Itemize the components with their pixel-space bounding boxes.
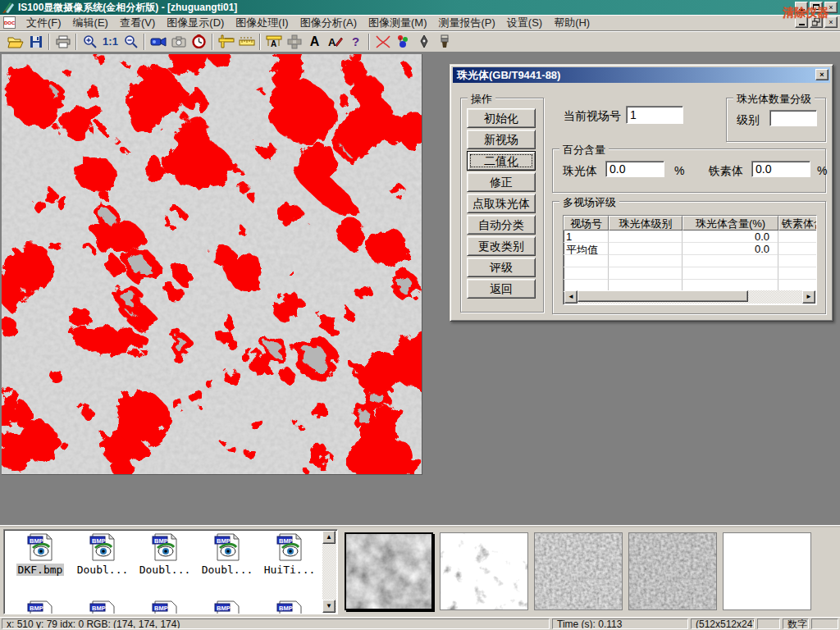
file-item-clipped[interactable]: BMP [73,600,132,614]
svg-text:A: A [271,39,276,48]
thumbnail-2[interactable] [440,532,528,610]
menu-image-display[interactable]: 图像显示(D) [161,14,230,32]
scroll-right-icon[interactable]: ► [802,290,815,304]
table-horizontal-scrollbar[interactable]: ◄ ► [564,290,815,304]
micrograph-image[interactable] [2,54,422,475]
file-item[interactable]: BMP Doubl... [135,533,194,576]
pen-tool-icon[interactable] [413,33,434,51]
print-icon[interactable] [52,33,73,51]
zoom-out-icon[interactable] [121,33,141,51]
binarize-button[interactable]: 二值化 [467,151,536,171]
close-button[interactable]: × [824,2,838,13]
table-row[interactable]: 1 0.0 [564,231,816,243]
grading-table[interactable]: 视场号 珠光体级别 珠光体含量(%) 铁素体含量(%) 1 0.0 平均值 0.… [563,215,817,305]
return-button[interactable]: 返回 [467,279,536,299]
cell-pearlite: 0.0 [682,243,778,255]
bmp-file-icon: BMP [26,533,54,561]
file-item-clipped[interactable]: BMP [260,600,319,614]
menu-image-process[interactable]: 图像处理(I) [230,14,294,32]
change-class-button[interactable]: 更改类别 [467,236,536,256]
correct-button[interactable]: 修正 [467,172,536,192]
thumbnail-3[interactable] [534,532,623,610]
timer-icon[interactable] [189,33,209,51]
pearlite-percent-unit: % [674,164,684,177]
file-name[interactable]: HuiTi... [262,564,317,576]
text-icon[interactable]: A [304,33,325,51]
file-name[interactable]: DKF.bmp [16,564,65,576]
menu-file[interactable]: 文件(F) [21,14,67,32]
menu-edit[interactable]: 编辑(E) [67,14,114,32]
minimize-button[interactable] [795,2,808,13]
camera-icon[interactable] [168,33,189,51]
grade-button[interactable]: 评级 [467,258,536,277]
measure-text-icon[interactable]: A [263,33,284,51]
table-row[interactable]: 平均值 0.0 [564,243,816,255]
file-name[interactable]: Doubl... [200,564,255,576]
file-name[interactable]: Doubl... [138,564,193,576]
initialize-button[interactable]: 初始化 [467,108,536,128]
menu-help[interactable]: 帮助(H) [548,14,596,32]
cell-field: 1 [564,231,609,243]
ferrite-percent-unit: % [817,164,827,177]
toolbar: 1:1 A A A ? [0,31,840,52]
file-item-clipped[interactable]: BMP [198,600,257,614]
mdi-restore-button[interactable] [810,16,823,28]
actual-size-icon[interactable]: 1:1 [100,33,121,51]
dialog-title-bar[interactable]: 珠光体(GB/T9441-88) × [453,67,830,83]
ferrite-percent-label: 铁素体 [709,164,743,179]
bmp-file-icon: BMP [89,533,116,561]
scrollbar-thumb[interactable] [578,290,748,302]
bmp-file-icon: BMP [276,533,304,561]
file-item[interactable]: BMP Doubl... [198,533,257,576]
menu-view[interactable]: 查看(V) [114,14,161,32]
mdi-close-button[interactable]: × [824,16,838,28]
ferrite-percent-input[interactable] [751,161,810,177]
help-icon[interactable]: ? [345,33,366,51]
file-list[interactable]: BMP DKF.bmp BMP Doubl... BMP Doubl... BM… [3,529,338,614]
pearlite-dialog[interactable]: 珠光体(GB/T9441-88) × 操作 初始化 新视场 二值化 修正 点取珠… [450,64,833,322]
maximize-button[interactable] [810,2,823,13]
save-icon[interactable] [25,33,46,51]
auto-classify-button[interactable]: 自动分类 [467,215,536,235]
thumbnail-5[interactable] [723,532,811,610]
file-item-clipped[interactable]: BMP [135,600,194,614]
file-item[interactable]: BMP Doubl... [73,533,132,576]
thumbnail-4[interactable] [628,532,717,610]
pearlite-percent-input[interactable] [605,161,664,177]
open-icon[interactable] [5,33,25,51]
curve-tool-icon[interactable] [372,33,393,51]
pick-pearlite-button[interactable]: 点取珠光体 [467,194,536,213]
scroll-left-icon[interactable]: ◄ [564,290,578,304]
grade-level-input[interactable] [769,110,817,126]
file-item[interactable]: BMP HuiTi... [260,533,319,576]
particle-classify-icon[interactable] [393,33,413,51]
thumbnail-1[interactable] [345,532,433,610]
dialog-close-icon[interactable]: × [815,69,829,80]
menu-image-measure[interactable]: 图像测量(M) [363,14,433,32]
caliper-icon[interactable] [216,33,236,51]
file-item-clipped[interactable]: BMP [11,600,70,614]
file-item[interactable]: BMP DKF.bmp [11,533,70,576]
brush-tool-icon[interactable] [434,33,454,51]
menu-image-analysis[interactable]: 图像分析(A) [294,14,363,32]
status-time: Time (s): 0.113 [552,619,688,629]
menu-settings[interactable]: 设置(S) [501,14,548,32]
document-icon[interactable]: DOC [3,16,16,29]
cell-ferrite [778,231,817,243]
file-name[interactable]: Doubl... [75,564,130,576]
video-camera-icon[interactable] [148,33,168,51]
scroll-up-icon[interactable]: ▲ [322,531,336,544]
mdi-minimize-button[interactable] [795,16,808,28]
pattern-grid-icon[interactable] [284,33,304,51]
current-field-input[interactable] [626,106,683,124]
file-list-scrollbar[interactable]: ▲ ▼ [322,531,336,613]
new-field-button[interactable]: 新视场 [467,130,536,149]
ruler-icon[interactable] [236,33,257,51]
scroll-down-icon[interactable]: ▼ [322,600,336,613]
status-cursor-info: x: 510 y: 79 idx: 0 RGB: (174, 174, 174) [2,619,550,629]
menu-measure-report[interactable]: 测量报告(P) [432,14,500,32]
multifield-group: 多视场评级 视场号 珠光体级别 珠光体含量(%) 铁素体含量(%) 1 0.0 … [552,201,826,314]
annotate-icon[interactable]: A [325,33,345,51]
zoom-in-icon[interactable] [80,33,100,51]
status-empty [757,619,780,629]
